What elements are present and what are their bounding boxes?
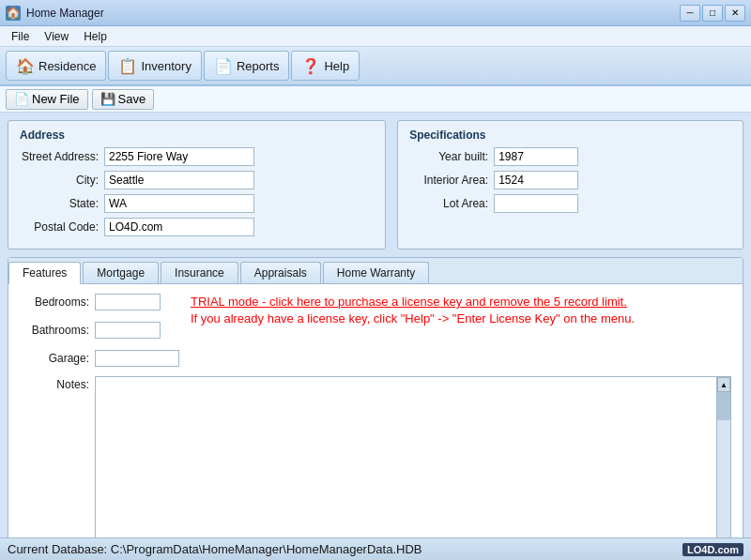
- bathrooms-label: Bathrooms:: [20, 324, 95, 337]
- bedrooms-label: Bedrooms:: [20, 295, 95, 309]
- top-section: Address Street Address: City: State: Pos…: [8, 120, 743, 250]
- trial-line1[interactable]: TRIAL mode - click here to purchase a li…: [191, 294, 635, 310]
- save-icon: 💾: [100, 92, 115, 106]
- interior-area-input[interactable]: [494, 171, 578, 189]
- menu-help[interactable]: Help: [76, 28, 115, 45]
- status-bar-right: LO4D.com: [682, 543, 743, 556]
- garage-label: Garage:: [20, 352, 95, 365]
- minimize-button[interactable]: ─: [680, 5, 700, 22]
- window-controls: ─ □ ✕: [680, 5, 745, 22]
- state-row: State:: [20, 194, 374, 213]
- tab-home-warranty[interactable]: Home Warranty: [323, 262, 430, 283]
- garage-input[interactable]: [95, 350, 179, 367]
- status-bar: Current Database: C:\ProgramData\HomeMan…: [0, 537, 751, 560]
- postal-code-input[interactable]: [104, 218, 254, 236]
- lot-area-label: Lot Area:: [409, 197, 494, 210]
- postal-code-row: Postal Code:: [20, 218, 374, 236]
- trial-notice: TRIAL mode - click here to purchase a li…: [191, 294, 635, 327]
- year-built-input[interactable]: [494, 147, 578, 166]
- tab-appraisals[interactable]: Appraisals: [240, 262, 321, 283]
- close-button[interactable]: ✕: [725, 5, 745, 22]
- garage-row: Garage:: [20, 350, 179, 367]
- notes-label: Notes:: [20, 376, 95, 560]
- address-panel-title: Address: [20, 129, 374, 142]
- nav-reports-label: Reports: [237, 59, 280, 73]
- city-input[interactable]: [104, 171, 254, 189]
- new-file-icon: 📄: [14, 92, 29, 106]
- state-input[interactable]: [104, 194, 254, 213]
- tab-mortgage[interactable]: Mortgage: [83, 262, 159, 283]
- street-address-row: Street Address:: [20, 147, 374, 166]
- year-built-label: Year built:: [409, 150, 494, 163]
- save-button[interactable]: 💾 Save: [92, 89, 155, 110]
- lot-area-row: Lot Area:: [409, 194, 731, 213]
- menu-view[interactable]: View: [37, 28, 76, 45]
- inventory-icon: 📋: [118, 57, 137, 75]
- tab-insurance[interactable]: Insurance: [161, 262, 238, 283]
- action-bar: 📄 New File 💾 Save: [0, 86, 751, 113]
- nav-reports[interactable]: 📄 Reports: [204, 51, 290, 81]
- tab-features[interactable]: Features: [8, 262, 81, 284]
- tab-content-features: Bedrooms: Bathrooms: Garage: TRIAL mode …: [8, 284, 743, 560]
- nav-residence[interactable]: 🏠 Residence: [6, 51, 106, 81]
- title-bar: 🏠 Home Manager ─ □ ✕: [0, 0, 751, 26]
- tab-header: Features Mortgage Insurance Appraisals H…: [8, 258, 743, 284]
- city-row: City:: [20, 171, 374, 189]
- interior-area-row: Interior Area:: [409, 171, 731, 189]
- new-file-button[interactable]: 📄 New File: [6, 89, 88, 110]
- toolbar: 🏠 Residence 📋 Inventory 📄 Reports ❓ Help: [0, 47, 751, 86]
- features-fields: Bedrooms: Bathrooms: Garage:: [20, 294, 179, 372]
- bathrooms-row: Bathrooms:: [20, 322, 179, 339]
- home-icon: 🏠: [16, 57, 35, 75]
- nav-help-label: Help: [324, 59, 349, 73]
- city-label: City:: [20, 174, 104, 187]
- window-title: Home Manager: [26, 7, 680, 20]
- notes-textarea[interactable]: [96, 377, 716, 560]
- street-address-input[interactable]: [104, 147, 254, 166]
- save-label: Save: [118, 92, 146, 106]
- trial-line2: If you already have a license key, click…: [191, 310, 635, 327]
- menu-file[interactable]: File: [4, 28, 37, 45]
- main-content: Address Street Address: City: State: Pos…: [0, 113, 751, 560]
- year-built-row: Year built:: [409, 147, 731, 166]
- scroll-up-button[interactable]: ▲: [717, 377, 730, 392]
- app-icon: 🏠: [6, 6, 21, 21]
- interior-area-label: Interior Area:: [409, 174, 494, 187]
- lo4d-logo: LO4D.com: [682, 543, 743, 556]
- nav-help[interactable]: ❓ Help: [291, 51, 360, 81]
- bedrooms-input[interactable]: [95, 294, 161, 310]
- maximize-button[interactable]: □: [702, 5, 723, 22]
- specs-panel-title: Specifications: [409, 129, 731, 142]
- nav-residence-label: Residence: [38, 59, 96, 73]
- nav-inventory-label: Inventory: [141, 59, 191, 73]
- tabs-section: Features Mortgage Insurance Appraisals H…: [8, 257, 743, 560]
- notes-scrollbar: ▲ ▼: [716, 377, 730, 560]
- notes-wrapper: ▲ ▼: [95, 376, 731, 560]
- bathrooms-input[interactable]: [95, 322, 161, 339]
- state-label: State:: [20, 197, 104, 210]
- bedrooms-row: Bedrooms:: [20, 294, 179, 310]
- status-text: Current Database: C:\ProgramData\HomeMan…: [8, 542, 421, 556]
- specs-panel: Specifications Year built: Interior Area…: [397, 120, 743, 250]
- nav-inventory[interactable]: 📋 Inventory: [108, 51, 201, 81]
- postal-code-label: Postal Code:: [20, 220, 104, 234]
- lot-area-input[interactable]: [494, 194, 578, 213]
- notes-area: Notes: ▲ ▼: [20, 376, 731, 560]
- menu-bar: File View Help: [0, 26, 751, 47]
- scroll-thumb[interactable]: [717, 392, 730, 420]
- street-address-label: Street Address:: [20, 150, 104, 163]
- scroll-track[interactable]: [717, 392, 730, 559]
- reports-icon: 📄: [214, 57, 233, 75]
- address-panel: Address Street Address: City: State: Pos…: [8, 120, 386, 250]
- help-icon: ❓: [301, 57, 320, 75]
- new-file-label: New File: [32, 92, 80, 106]
